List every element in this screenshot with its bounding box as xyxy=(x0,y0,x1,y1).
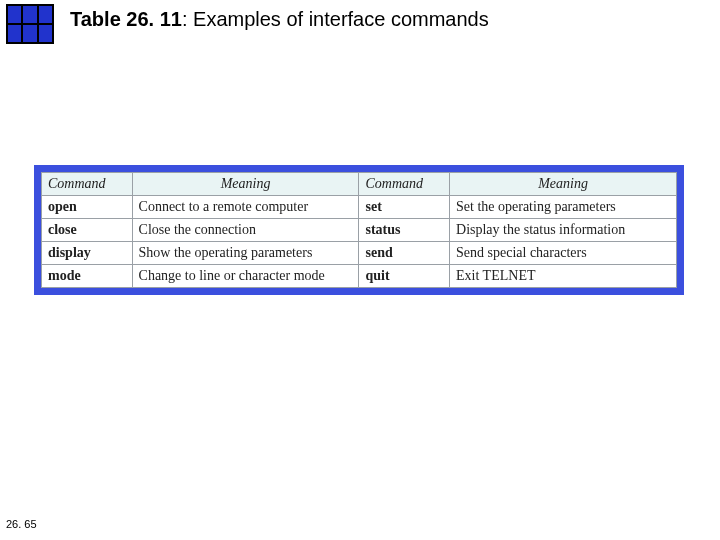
col-command-1: Command xyxy=(42,173,133,196)
meaning-cell: Set the operating parameters xyxy=(450,196,677,219)
cmd-cell: open xyxy=(42,196,133,219)
col-meaning-2: Meaning xyxy=(450,173,677,196)
cmd-cell: close xyxy=(42,219,133,242)
slide-logo xyxy=(6,4,54,34)
page-number: 26. 65 xyxy=(6,518,37,530)
table-container: Command Meaning Command Meaning open Con… xyxy=(34,165,684,295)
col-command-2: Command xyxy=(359,173,450,196)
meaning-cell: Close the connection xyxy=(132,219,359,242)
meaning-cell: Send special characters xyxy=(450,242,677,265)
table-row: mode Change to line or character mode qu… xyxy=(42,265,677,288)
meaning-cell: Connect to a remote computer xyxy=(132,196,359,219)
col-meaning-1: Meaning xyxy=(132,173,359,196)
meaning-cell: Change to line or character mode xyxy=(132,265,359,288)
title-prefix: Table 26. 11 xyxy=(70,8,182,30)
table-header-row: Command Meaning Command Meaning xyxy=(42,173,677,196)
cmd-cell: mode xyxy=(42,265,133,288)
cmd-cell: display xyxy=(42,242,133,265)
table-row: display Show the operating parameters se… xyxy=(42,242,677,265)
meaning-cell: Display the status information xyxy=(450,219,677,242)
slide-title: Table 26. 11: Examples of interface comm… xyxy=(70,8,489,31)
table-row: open Connect to a remote computer set Se… xyxy=(42,196,677,219)
commands-table: Command Meaning Command Meaning open Con… xyxy=(41,172,677,288)
cmd-cell: status xyxy=(359,219,450,242)
logo-grid xyxy=(6,4,54,44)
title-rest: : Examples of interface commands xyxy=(182,8,489,30)
meaning-cell: Exit TELNET xyxy=(450,265,677,288)
cmd-cell: quit xyxy=(359,265,450,288)
cmd-cell: set xyxy=(359,196,450,219)
cmd-cell: send xyxy=(359,242,450,265)
meaning-cell: Show the operating parameters xyxy=(132,242,359,265)
table-row: close Close the connection status Displa… xyxy=(42,219,677,242)
